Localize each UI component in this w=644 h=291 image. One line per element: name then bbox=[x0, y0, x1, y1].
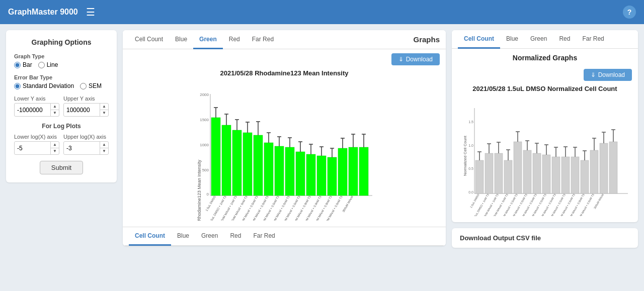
norm-bar-5 bbox=[514, 142, 522, 193]
lower-y-down[interactable]: ▼ bbox=[51, 110, 59, 116]
tab-red-top[interactable]: Red bbox=[223, 31, 246, 49]
bar-label: Bar bbox=[23, 61, 32, 68]
bar-5 bbox=[254, 135, 263, 196]
norm-bar-14 bbox=[600, 143, 608, 193]
tab-green-top[interactable]: Green bbox=[193, 31, 223, 49]
tab-cell-count-bottom[interactable]: Cell Count bbox=[129, 227, 171, 246]
bar-8 bbox=[285, 147, 294, 196]
norm-tab-bar: Cell Count Blue Green Red Far Red bbox=[452, 30, 638, 49]
sem-radio[interactable] bbox=[80, 83, 87, 89]
bottom-tab-bar: Cell Count Blue Green Red Far Red bbox=[123, 227, 446, 246]
right-panel: Cell Count Blue Green Red Far Red Normal… bbox=[452, 30, 638, 285]
norm-y-10: 1.0 bbox=[468, 144, 473, 147]
lower-log-down[interactable]: ▼ bbox=[51, 148, 59, 154]
tab-blue-bottom[interactable]: Blue bbox=[171, 227, 195, 246]
norm-chart-svg: Normalized Cell Count 0.0 0.5 1.0 1.5 bbox=[459, 95, 630, 216]
bar-13 bbox=[338, 148, 347, 196]
lower-log-spinner[interactable]: ▲ ▼ bbox=[50, 142, 59, 154]
upper-y-up[interactable]: ▲ bbox=[100, 104, 108, 110]
lower-log-up[interactable]: ▲ bbox=[51, 142, 59, 148]
bar-12 bbox=[328, 157, 337, 196]
bar-7 bbox=[275, 146, 284, 196]
help-button[interactable]: ? bbox=[623, 6, 636, 19]
submit-button[interactable]: Submit bbox=[40, 161, 83, 174]
upper-log-up[interactable]: ▲ bbox=[100, 142, 108, 148]
norm-tab-cell-count[interactable]: Cell Count bbox=[458, 30, 500, 49]
tab-cell-count-top[interactable]: Cell Count bbox=[129, 31, 169, 49]
lower-y-label: Lower Y axis bbox=[14, 95, 59, 102]
tab-far-red-bottom[interactable]: Far Red bbox=[247, 227, 281, 246]
upper-y-spinner[interactable]: ▲ ▼ bbox=[100, 104, 108, 116]
norm-bar-8 bbox=[542, 155, 550, 193]
norm-y-axis-label: Normalized Cell Count bbox=[463, 135, 467, 176]
x-label-14: 300uM MAcid bbox=[342, 196, 354, 213]
norm-y-0: 0.0 bbox=[468, 190, 473, 194]
std-dev-radio[interactable] bbox=[14, 83, 21, 89]
options-card: Graphing Options Graph Type Bar Line Err… bbox=[6, 30, 117, 182]
options-title: Graphing Options bbox=[14, 38, 109, 46]
norm-bar-15 bbox=[609, 142, 617, 193]
y-tick-0: 0 bbox=[207, 192, 209, 197]
line-label: Line bbox=[47, 61, 58, 68]
lower-y-up[interactable]: ▲ bbox=[51, 104, 59, 110]
upper-y-label: Upper Y axis bbox=[63, 95, 109, 102]
norm-tab-blue[interactable]: Blue bbox=[500, 30, 524, 49]
norm-y-15: 1.5 bbox=[468, 120, 473, 124]
std-dev-radio-label[interactable]: Standard Deviation bbox=[14, 82, 74, 89]
lower-y-spinner[interactable]: ▲ ▼ bbox=[50, 104, 59, 116]
norm-x-label-1: 1.5uL DMSO bbox=[469, 193, 480, 209]
graphs-title: Graphs bbox=[413, 30, 440, 49]
y-axis-label: Rhodamine123 Mean Intensity bbox=[197, 159, 202, 221]
norm-bar-10 bbox=[561, 157, 570, 193]
norm-tab-red[interactable]: Red bbox=[553, 30, 576, 49]
bar-3 bbox=[232, 130, 242, 196]
app-title: GraphMaster 9000 bbox=[8, 8, 78, 17]
norm-download-bar: ⇓ Download bbox=[452, 65, 638, 81]
bar-radio-label[interactable]: Bar bbox=[14, 61, 32, 68]
tab-far-red-top[interactable]: Far Red bbox=[246, 31, 280, 49]
tab-blue-top[interactable]: Blue bbox=[169, 31, 193, 49]
bar-10 bbox=[306, 154, 315, 196]
bar-radio[interactable] bbox=[14, 62, 21, 68]
bar-15 bbox=[359, 147, 368, 196]
graph-type-group: Bar Line bbox=[14, 61, 109, 68]
norm-title: Normalized Graphs bbox=[452, 49, 638, 65]
norm-tab-green[interactable]: Green bbox=[524, 30, 553, 49]
center-panel: Cell Count Blue Green Red Far Red Graphs… bbox=[123, 30, 446, 285]
norm-download-icon: ⇓ bbox=[591, 71, 596, 78]
x-label-13: 3900M MAcid + 0.5nM T3 bbox=[323, 195, 343, 221]
center-graph-area: 2021/05/28 Rhodamine123 Mean Intensity R… bbox=[123, 65, 446, 227]
upper-y-down[interactable]: ▼ bbox=[100, 110, 108, 116]
norm-bar-3 bbox=[495, 153, 503, 193]
norm-download-label: Download bbox=[598, 71, 625, 78]
center-download-bar: ⇓ Download bbox=[123, 49, 446, 65]
norm-tab-far-red[interactable]: Far Red bbox=[576, 30, 610, 49]
tab-red-bottom[interactable]: Red bbox=[224, 227, 247, 246]
upper-log-spinner[interactable]: ▲ ▼ bbox=[100, 142, 108, 154]
download-icon: ⇓ bbox=[398, 56, 404, 63]
center-download-label: Download bbox=[406, 56, 433, 63]
y-tick-1500: 1500 bbox=[200, 118, 209, 122]
error-bar-group: Standard Deviation SEM bbox=[14, 82, 109, 89]
upper-log-input[interactable] bbox=[64, 143, 100, 153]
left-panel: Graphing Options Graph Type Bar Line Err… bbox=[6, 30, 117, 285]
norm-graph-area: 2021/05/28 1.5uL DMSO Normalized Cell Co… bbox=[452, 81, 638, 222]
line-radio[interactable] bbox=[38, 62, 45, 68]
sem-radio-label[interactable]: SEM bbox=[80, 82, 102, 89]
center-chart-container: Rhodamine123 Mean Intensity 2000 1500 10… bbox=[129, 80, 440, 221]
line-radio-label[interactable]: Line bbox=[38, 61, 58, 68]
upper-y-input[interactable] bbox=[64, 105, 100, 115]
lower-log-input[interactable] bbox=[15, 143, 50, 153]
norm-download-button[interactable]: ⇓ Download bbox=[584, 69, 632, 81]
upper-log-down[interactable]: ▼ bbox=[100, 148, 108, 154]
hamburger-icon[interactable]: ☰ bbox=[86, 6, 95, 18]
bar-6 bbox=[264, 143, 273, 196]
graphs-card: Cell Count Blue Green Red Far Red Graphs… bbox=[123, 30, 446, 246]
norm-bar-13 bbox=[590, 150, 598, 193]
tab-green-bottom[interactable]: Green bbox=[195, 227, 224, 246]
lower-y-input[interactable] bbox=[15, 105, 50, 115]
norm-x-label-14: 300uM MAcid bbox=[593, 193, 604, 210]
norm-bar-1 bbox=[475, 160, 484, 193]
bar-11 bbox=[317, 156, 326, 196]
center-download-button[interactable]: ⇓ Download bbox=[391, 53, 440, 65]
